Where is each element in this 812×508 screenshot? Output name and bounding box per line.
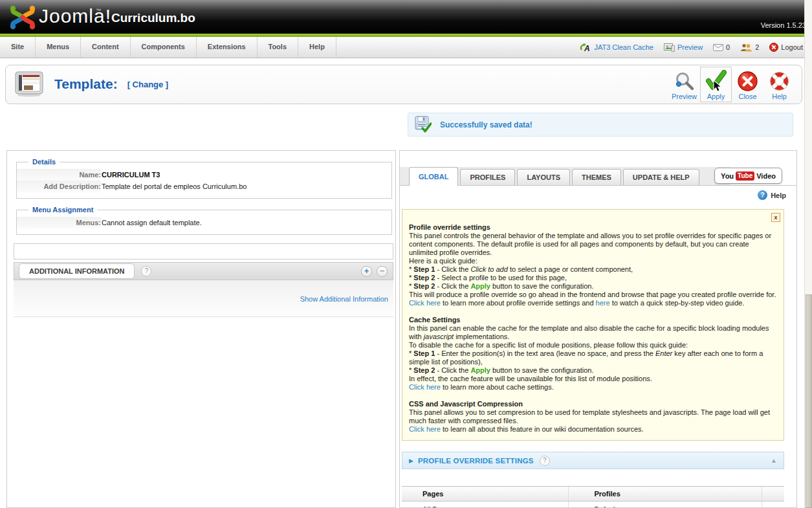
profile-override-p4: Click here to learn more about profile o… — [409, 299, 777, 307]
step2-end: - Select a profile to be used for this p… — [435, 274, 567, 282]
profiles-cell[interactable]: Default — [568, 502, 762, 508]
details-fieldset: Details Name: CURRICULUM T3 Add Descript… — [16, 158, 392, 199]
close-button-label: Close — [733, 93, 762, 100]
menubar-right-cluster: A JAT3 Clean Cache Preview 0 — [573, 37, 812, 58]
tab-global[interactable]: GLOBAL — [409, 167, 458, 186]
info-box-close-icon[interactable]: x — [771, 213, 780, 222]
svg-text:A: A — [584, 44, 590, 52]
preview-button[interactable]: Preview — [668, 67, 700, 102]
close-button[interactable]: Close — [732, 67, 763, 102]
logged-in-users-status[interactable]: 2 — [740, 43, 759, 52]
red-close-icon — [733, 70, 762, 93]
compression-p1: This panel allows you to set compresion … — [409, 408, 777, 425]
apply-button[interactable]: Apply — [700, 67, 732, 102]
javascript-em: javascript — [424, 333, 454, 340]
success-message-text: Successfully saved data! — [440, 120, 532, 129]
preview-label: Preview — [677, 43, 703, 51]
menu-item-help[interactable]: Help — [298, 37, 336, 58]
tab-layouts[interactable]: LAYOUTS — [517, 169, 570, 185]
tab-themes[interactable]: THEMES — [572, 169, 621, 185]
description-row: Add Description: Template del portal de … — [17, 181, 391, 192]
save-floppy-icon — [415, 116, 432, 133]
p1-b: implementations. — [454, 333, 509, 340]
table-header-row: Pages Profiles — [402, 487, 784, 502]
menu-item-components[interactable]: Components — [131, 37, 197, 58]
additional-information-header: ADDITIONAL INFORMATION ? + − — [14, 262, 393, 280]
logout-label: Logout — [781, 43, 803, 51]
apply-word: Apply — [470, 282, 490, 290]
jat3-clean-cache-link[interactable]: A JAT3 Clean Cache — [580, 43, 653, 52]
step3-label: Step 2 — [413, 282, 435, 290]
collapse-triangle-icon[interactable]: ▲ — [771, 457, 777, 464]
admin-menubar: Site Menus Content Components Extensions… — [0, 37, 812, 58]
change-template-link[interactable]: [ Change ] — [127, 80, 169, 89]
show-additional-information-link[interactable]: Show Additional Information — [300, 295, 388, 303]
p2-end: to learn all about this feature in our w… — [441, 425, 644, 433]
menu-item-content[interactable]: Content — [81, 37, 131, 58]
lifebuoy-icon — [765, 70, 794, 93]
menu-item-tools[interactable]: Tools — [258, 37, 299, 58]
envelope-icon — [713, 44, 723, 51]
tab-update-help[interactable]: UPDATE & HELP — [623, 169, 699, 185]
profile-override-section: Profile override settings This panel con… — [409, 223, 777, 307]
pages-profiles-table: Pages Profiles All Page Default 101, 102… — [402, 486, 784, 508]
trademark-mark: ™ — [96, 8, 101, 14]
page-title: Template: — [54, 76, 118, 92]
panel-help-link[interactable]: ? Help — [758, 190, 786, 200]
template-settings-panel: GLOBAL PROFILES LAYOUTS THEMES UPDATE & … — [399, 150, 797, 508]
step2-mid: - Click the — [435, 366, 470, 374]
menu-item-menus[interactable]: Menus — [36, 37, 81, 58]
vertical-scrollbar — [804, 0, 812, 508]
youtube-video-button[interactable]: YouTubeVideo — [714, 168, 782, 184]
cache-click-here-link[interactable]: Click here — [409, 383, 441, 391]
additional-information-tab[interactable]: ADDITIONAL INFORMATION — [19, 263, 135, 279]
step2-end: button to save the configuration. — [490, 366, 594, 374]
settings-tabstrip: GLOBAL PROFILES LAYOUTS THEMES UPDATE & … — [400, 167, 796, 186]
help-question-icon: ? — [758, 190, 767, 200]
profile-override-p1: This panel controls the general behavior… — [409, 232, 777, 257]
tab-profiles[interactable]: PROFILES — [460, 169, 515, 185]
description-label: Add Description: — [17, 181, 101, 192]
p4-end: to learn more about cache settings. — [441, 383, 554, 391]
profile-override-step1: * Step 1 - Click the Click to add to sel… — [409, 265, 777, 274]
menus-row: Menus: Cannot assign default template. — [17, 217, 391, 228]
click-to-add-em: Click to add — [470, 265, 507, 273]
mail-status[interactable]: 0 — [713, 43, 730, 51]
step1-label: Step 1 — [413, 265, 435, 273]
preview-link[interactable]: Preview — [664, 43, 703, 52]
menu-item-extensions[interactable]: Extensions — [197, 37, 258, 58]
step2-label: Step 2 — [413, 274, 435, 282]
compression-section: CSS and Javascript Compression This pane… — [409, 400, 777, 434]
profile-override-settings-toggle[interactable]: ▶ PROFILE OVERRIDE SETTINGS ? ▲ — [402, 452, 784, 469]
logout-icon — [769, 43, 778, 52]
collapse-all-button[interactable]: − — [377, 266, 388, 277]
override-help-icon[interactable]: ? — [540, 456, 550, 466]
help-button[interactable]: Help — [763, 67, 795, 102]
youtube-you-text: You — [721, 172, 734, 180]
cache-settings-heading: Cache Settings — [409, 316, 777, 324]
p4-end: to watch a quick step-by-step video guid… — [610, 299, 745, 307]
scrollbar-thumb[interactable] — [806, 294, 812, 508]
logout-button[interactable]: Logout — [769, 43, 803, 52]
preview-photo-icon — [664, 43, 675, 52]
youtube-tube-badge: Tube — [736, 171, 754, 181]
step1-label: Step 1 — [413, 349, 435, 357]
template-details-panel: Details Name: CURRICULUM T3 Add Descript… — [6, 150, 396, 508]
profile-override-settings-title: PROFILE OVERRIDE SETTINGS — [418, 457, 534, 465]
compression-click-here-link[interactable]: Click here — [409, 425, 441, 433]
step3-mid: - Click the — [435, 282, 470, 290]
page-title-group: Template: [ Change ] — [14, 71, 168, 97]
info-box: x Profile override settings This panel c… — [402, 209, 784, 441]
pages-cell[interactable]: All Page — [402, 502, 568, 508]
chevron-right-icon: ▶ — [409, 458, 413, 464]
additional-information-help-icon[interactable]: ? — [141, 266, 151, 276]
panel-help-row: ? Help — [400, 186, 796, 204]
profile-override-here-link[interactable]: here — [596, 299, 610, 307]
menu-item-site[interactable]: Site — [0, 37, 36, 58]
step1-end: to select a page or content component, — [508, 265, 633, 273]
p4-mid: to learn more about profile override set… — [441, 299, 596, 307]
profile-override-click-here-link[interactable]: Click here — [409, 299, 441, 307]
jat3-icon: A — [580, 43, 591, 52]
step3-end: button to save the configuration. — [490, 282, 594, 290]
expand-all-button[interactable]: + — [361, 266, 372, 277]
